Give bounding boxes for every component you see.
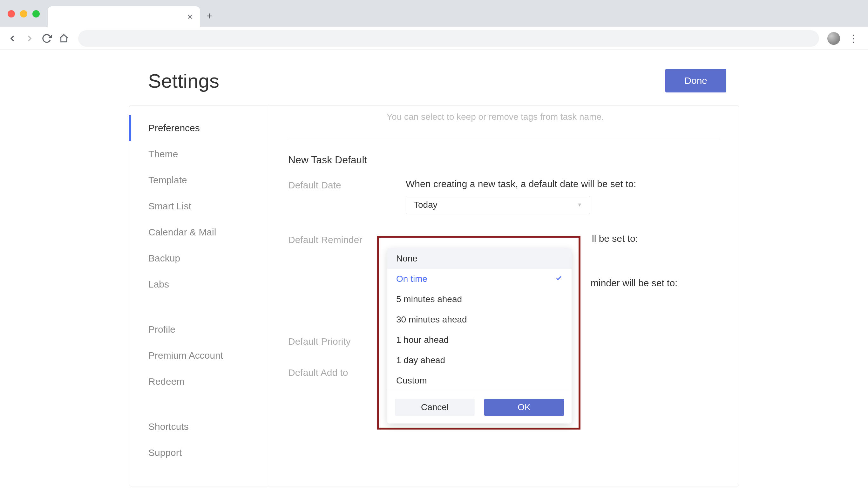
sidebar-item-premium[interactable]: Premium Account xyxy=(129,342,269,369)
reminder-dropdown: None On time 5 minutes ahead 30 minutes … xyxy=(387,248,571,424)
reload-button[interactable] xyxy=(41,32,53,44)
settings-header: Settings Done xyxy=(129,50,739,105)
dropdown-cancel-button[interactable]: Cancel xyxy=(395,399,475,416)
page-title: Settings xyxy=(148,69,219,92)
dropdown-item-5-min[interactable]: 5 minutes ahead xyxy=(387,289,571,309)
sidebar-item-preferences[interactable]: Preferences xyxy=(129,115,269,141)
back-button[interactable] xyxy=(6,32,19,44)
sidebar-item-backup[interactable]: Backup xyxy=(129,245,269,271)
sidebar-item-shortcuts[interactable]: Shortcuts xyxy=(129,414,269,440)
sidebar-item-template[interactable]: Template xyxy=(129,167,269,193)
browser-tab[interactable]: × xyxy=(48,6,200,27)
sidebar-item-labs[interactable]: Labs xyxy=(129,271,269,297)
maximize-window-button[interactable] xyxy=(32,10,40,18)
new-tab-button[interactable]: + xyxy=(207,10,213,22)
close-window-button[interactable] xyxy=(8,10,15,18)
sidebar-item-calendar-mail[interactable]: Calendar & Mail xyxy=(129,219,269,245)
browser-menu-button[interactable]: ⋮ xyxy=(845,32,862,44)
settings-body: Preferences Theme Template Smart List Ca… xyxy=(129,105,739,486)
dropdown-item-30-min[interactable]: 30 minutes ahead xyxy=(387,309,571,330)
dropdown-item-1-hour[interactable]: 1 hour ahead xyxy=(387,330,571,350)
chevron-down-icon: ▼ xyxy=(577,202,582,208)
close-tab-icon[interactable]: × xyxy=(187,12,192,22)
sidebar-item-support[interactable]: Support xyxy=(129,440,269,466)
sidebar-item-profile[interactable]: Profile xyxy=(129,316,269,342)
dropdown-ok-button[interactable]: OK xyxy=(484,399,564,416)
check-icon xyxy=(555,274,563,284)
default-date-desc: When creating a new task, a default date… xyxy=(406,179,720,189)
dropdown-item-on-time[interactable]: On time xyxy=(387,269,571,289)
browser-toolbar: ⋮ xyxy=(0,27,868,50)
address-bar[interactable] xyxy=(78,30,819,47)
dropdown-item-none[interactable]: None xyxy=(387,248,571,269)
dropdown-item-custom[interactable]: Custom xyxy=(387,370,571,391)
forward-button[interactable] xyxy=(24,32,36,44)
home-button[interactable] xyxy=(58,32,70,44)
done-button[interactable]: Done xyxy=(665,69,726,92)
page-content: Settings Done Preferences Theme Template… xyxy=(0,50,868,486)
dropdown-actions: Cancel OK xyxy=(387,391,571,424)
settings-main-panel: You can select to keep or remove tags fr… xyxy=(269,105,739,486)
sidebar-item-smart-list[interactable]: Smart List xyxy=(129,193,269,219)
reminder-desc-tail-2: minder will be set to: xyxy=(591,278,677,288)
default-date-value: Today xyxy=(414,200,437,210)
tags-hint-text: You can select to keep or remove tags fr… xyxy=(288,112,720,138)
window-controls xyxy=(8,10,40,18)
default-date-select[interactable]: Today ▼ xyxy=(406,196,590,214)
profile-avatar[interactable] xyxy=(827,32,840,45)
default-date-row: Default Date When creating a new task, a… xyxy=(288,179,720,214)
section-title: New Task Default xyxy=(288,154,720,166)
reminder-desc-tail-1: ll be set to: xyxy=(592,233,638,244)
minimize-window-button[interactable] xyxy=(20,10,27,18)
browser-chrome: × + xyxy=(0,0,868,27)
settings-sidebar: Preferences Theme Template Smart List Ca… xyxy=(129,105,269,486)
sidebar-item-theme[interactable]: Theme xyxy=(129,141,269,167)
default-date-label: Default Date xyxy=(288,179,406,214)
sidebar-item-redeem[interactable]: Redeem xyxy=(129,369,269,395)
tab-strip: × + xyxy=(0,0,868,27)
dropdown-item-1-day[interactable]: 1 day ahead xyxy=(387,350,571,370)
